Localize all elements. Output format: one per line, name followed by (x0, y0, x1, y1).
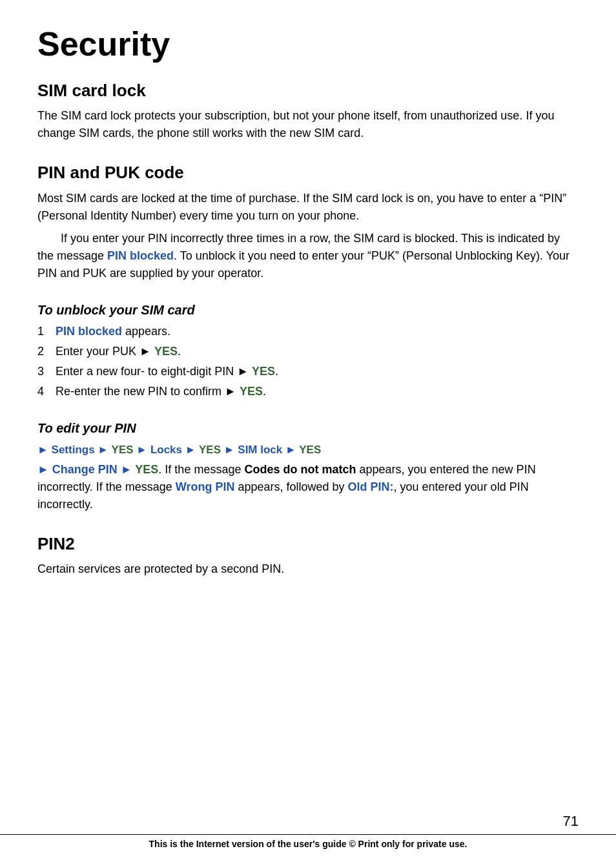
page-container: Security SIM card lock The SIM card lock… (0, 0, 616, 650)
step-2: 2 Enter your PUK ► YES. (37, 343, 579, 360)
step-num-2: 2 (37, 343, 56, 360)
step-num-3: 3 (37, 363, 56, 380)
page-title: Security (37, 26, 579, 63)
step-4: 4 Re-enter the new PIN to confirm ► YES. (37, 383, 579, 400)
sim-card-lock-section: SIM card lock The SIM card lock protects… (37, 81, 579, 142)
edit-pin-body: ► Change PIN ► YES. If the message Codes… (37, 461, 579, 513)
pin-puk-para2: If you enter your PIN incorrectly three … (37, 230, 579, 282)
footer-divider (0, 834, 616, 835)
step-num-4: 4 (37, 383, 56, 400)
unblock-sim-section: To unblock your SIM card 1 PIN blocked a… (37, 303, 579, 400)
codes-do-not-match: Codes do not match (244, 463, 356, 476)
yes-locks: YES (199, 444, 221, 456)
sim-card-lock-heading: SIM card lock (37, 81, 579, 101)
step-text-4: Re-enter the new PIN to confirm ► YES. (56, 383, 579, 400)
unblock-sim-heading: To unblock your SIM card (37, 303, 579, 318)
edit-pin-section: To edit your PIN ► Settings ► YES ► Lock… (37, 421, 579, 513)
yes-step3: YES (252, 365, 275, 378)
yes-changepin: YES (135, 463, 158, 476)
edit-pin-nav-line1: ► Settings ► YES ► Locks ► YES ► SIM loc… (37, 441, 579, 458)
sim-card-lock-body: The SIM card lock protects your subscrip… (37, 107, 579, 142)
step-1: 1 PIN blocked appears. (37, 323, 579, 340)
settings-nav: ► Settings ► (37, 444, 112, 456)
pin-puk-heading: PIN and PUK code (37, 163, 579, 183)
yes-settings: YES (112, 444, 134, 456)
yes-step4: YES (240, 385, 263, 398)
locks-nav: ► Locks ► (134, 444, 199, 456)
pin-blocked-step1: PIN blocked (56, 325, 122, 338)
followed-by-text: appears, followed by (234, 480, 347, 493)
edit-pin-heading: To edit your PIN (37, 421, 579, 436)
step-text-3: Enter a new four- to eight-digit PIN ► Y… (56, 363, 579, 380)
footer-text: This is the Internet version of the user… (0, 839, 616, 849)
step-3: 3 Enter a new four- to eight-digit PIN ►… (37, 363, 579, 380)
simlock-nav: ► SIM lock ► (221, 444, 299, 456)
step-text-1: PIN blocked appears. (56, 323, 579, 340)
page-number: 71 (563, 813, 579, 830)
yes-step2: YES (154, 345, 178, 358)
unblock-steps-list: 1 PIN blocked appears. 2 Enter your PUK … (37, 323, 579, 400)
step-num-1: 1 (37, 323, 56, 340)
pin-puk-para1: Most SIM cards are locked at the time of… (37, 190, 579, 225)
step-text-2: Enter your PUK ► YES. (56, 343, 579, 360)
pin2-section: PIN2 Certain services are protected by a… (37, 534, 579, 578)
pin-puk-section: PIN and PUK code Most SIM cards are lock… (37, 163, 579, 282)
yes-simlock: YES (299, 444, 321, 456)
change-pin-nav: ► Change PIN ► (37, 463, 135, 476)
pin2-heading: PIN2 (37, 534, 579, 554)
codes-do-not-match-intro: . If the message (158, 463, 244, 476)
pin-blocked-highlight: PIN blocked (107, 249, 174, 262)
old-pin: Old PIN: (348, 480, 394, 493)
pin2-body: Certain services are protected by a seco… (37, 560, 579, 578)
wrong-pin: Wrong PIN (176, 480, 235, 493)
